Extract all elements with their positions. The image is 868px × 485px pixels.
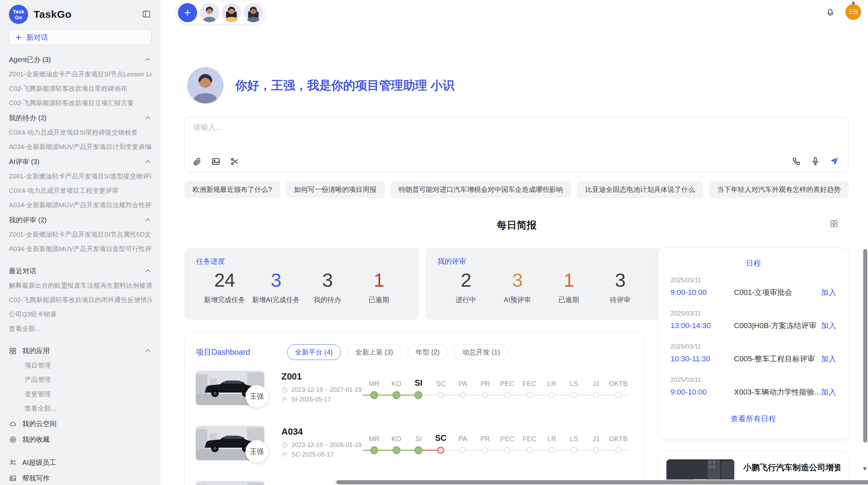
chevron-up-icon xyxy=(144,267,152,275)
phone-icon[interactable] xyxy=(792,157,801,166)
sidebar-app-item[interactable]: 产品管理 xyxy=(9,373,152,387)
milestone-connector xyxy=(533,395,541,396)
sidebar-item[interactable]: A034-全新新能源MUV产品开发项目法规符合性评审 xyxy=(9,198,152,212)
stats-row: 任务进度24新增完成任务3新增AI完成任务3我的待办1已逾期我的评审2进行中3A… xyxy=(184,248,643,320)
sidebar-section-header-tasks-0[interactable]: Agent已办 (3) xyxy=(9,52,152,67)
sidebar-item[interactable]: C0X4-动力总成开发项目工程变更评审 xyxy=(9,184,152,198)
scroll-down-arrow[interactable] xyxy=(863,467,867,471)
suggestion-chip[interactable]: 比亚迪全固态电池计划具体说了什么 xyxy=(577,181,703,198)
milestone: KO xyxy=(385,430,408,455)
suggestion-chip[interactable]: 特朗普可能对进口汽车增税会对中国车企造成哪些影响 xyxy=(390,181,571,198)
user-avatar[interactable]: 王强 xyxy=(845,4,861,20)
event-date: 2025/03/11 xyxy=(671,277,836,284)
milestone-connector xyxy=(518,450,526,451)
sidebar-item[interactable]: Z001-全新燃油皮卡产品开发项目SI节点Lesson Learn报告 xyxy=(9,67,152,82)
event-join-link[interactable]: 加入 xyxy=(821,387,836,397)
add-agent-button[interactable] xyxy=(178,3,197,22)
event-join-link[interactable]: 加入 xyxy=(821,321,836,331)
sidebar-header: Task Go TaskGo xyxy=(9,0,152,29)
sidebar-recent-view-all[interactable]: 查看全部... xyxy=(9,322,152,336)
milestone-dot xyxy=(571,392,577,398)
milestone: PA xyxy=(452,430,474,455)
sidebar-section-header-tasks-2[interactable]: AI评审 (3) xyxy=(9,154,152,169)
milestone-label: KO xyxy=(391,375,401,390)
event-join-link[interactable]: 加入 xyxy=(821,287,836,298)
event-time: 13:00-14:30 xyxy=(671,321,734,330)
sidebar-app-item[interactable]: 变更管理 xyxy=(9,387,152,401)
agent-avatar-2[interactable] xyxy=(222,3,241,22)
sidebar-link-cloud[interactable]: 我的云空间 xyxy=(9,416,152,432)
sidebar-apps-view-all[interactable]: 查看全部... xyxy=(9,401,152,416)
sidebar-item[interactable]: C02-飞腾新能源轻客改款项目立项汇报方案 xyxy=(9,96,152,110)
mic-icon[interactable] xyxy=(811,157,820,166)
new-chat-button[interactable]: 新对话 xyxy=(9,29,152,45)
image-icon[interactable] xyxy=(211,157,220,166)
milestone: KO xyxy=(385,375,408,399)
sidebar-recent-item[interactable]: C02-飞腾新能源轻客改款项目的闭环通告反馈情况 xyxy=(9,293,152,307)
milestone-dot xyxy=(482,447,488,453)
sidebar-recent-item[interactable]: 解释最新出台的欧盟报废车法规再生塑料比例被调至15%... xyxy=(9,278,152,293)
milestone-connector xyxy=(488,395,496,396)
sidebar-collapse-icon[interactable] xyxy=(142,10,151,20)
stat-value: 3 xyxy=(302,269,353,291)
sidebar-recent-item[interactable]: 公司Q3轻卡销量 xyxy=(9,307,152,322)
milestone-connector xyxy=(452,450,460,451)
bell-icon[interactable] xyxy=(825,7,835,17)
event-time: 10:30-11:30 xyxy=(671,355,734,363)
sidebar-section-header-tasks-1[interactable]: 我的待办 (2) xyxy=(9,110,152,125)
agent-avatar-1[interactable] xyxy=(200,3,219,22)
chat-input[interactable] xyxy=(192,123,674,132)
project-dates-text: 2023-12-19 ~ 2027-01-19 xyxy=(291,386,362,394)
horizontal-scrollbar[interactable] xyxy=(334,480,868,485)
dashboard-tab[interactable]: 全新平台 (4) xyxy=(287,344,341,360)
horizontal-scrollbar-thumb[interactable] xyxy=(336,480,868,484)
milestone-dot-row xyxy=(585,390,607,399)
sidebar-section-header-tasks-3[interactable]: 我的评审 (2) xyxy=(9,212,152,227)
schedule-event: 2025/03/1113:00-14:30C003|H0B-方案冻结评审加入 xyxy=(658,306,848,339)
sidebar-item[interactable]: A034-全新新能源MUV产品开发项目造型可行性评审 xyxy=(9,242,152,256)
sidebar-tool-1[interactable]: 帮我写作 xyxy=(9,470,152,485)
milestone-connector xyxy=(363,450,370,451)
sidebar-item[interactable]: C0X4-动力总成开发项目SI里程碑提交物检查 xyxy=(9,125,152,140)
stat-value: 2 xyxy=(440,269,492,291)
sidebar-item[interactable]: Z001-全新燃油轻卡产品开发项目SI节点属性5D文件评审 xyxy=(9,227,152,242)
milestone-connector xyxy=(585,395,593,396)
stat-item: 3新增AI完成任务 xyxy=(250,269,302,304)
vertical-scrollbar-thumb[interactable] xyxy=(863,249,867,443)
suggestion-chip[interactable]: 欧洲新规最近颁布了什么? xyxy=(184,181,280,198)
suggestion-chip[interactable]: 当下年轻人对汽车外观有怎样的喜好趋势 xyxy=(709,181,849,198)
sidebar-item[interactable]: C02-飞腾新能源轻客改款项目里程碑画布 xyxy=(9,82,152,96)
sidebar-link-favorites[interactable]: 我的收藏 xyxy=(9,432,152,447)
dashboard-tab[interactable]: 年型 (2) xyxy=(408,344,448,360)
paperclip-icon[interactable] xyxy=(192,157,202,166)
event-join-link[interactable]: 加入 xyxy=(821,354,836,364)
sidebar-link-label: 我的收藏 xyxy=(22,435,50,444)
suggestion-chip[interactable]: 如何写一份清晰的项目周报 xyxy=(286,181,385,198)
milestone-dot xyxy=(527,447,533,453)
project-row: 王强A0342023-12-19 ~ 2026-01-19SC-2025-05-… xyxy=(196,426,633,481)
chevron-up-icon xyxy=(144,114,152,122)
milestone-connector xyxy=(599,395,607,396)
scissors-icon[interactable] xyxy=(230,157,239,166)
milestone-label: LR xyxy=(547,375,556,390)
scroll-right-arrow[interactable] xyxy=(852,1,856,5)
sidebar-app-item[interactable]: 项目管理 xyxy=(9,358,152,373)
milestone-dot xyxy=(437,447,444,454)
logo-text-top: Task xyxy=(13,9,24,14)
milestone: SC xyxy=(430,430,452,455)
sidebar-section-header-apps[interactable]: 我的应用 xyxy=(9,343,152,358)
view-all-schedule-link[interactable]: 查看所有日程 xyxy=(658,414,848,424)
dashboard-tab[interactable]: 动总开发 (1) xyxy=(455,344,508,360)
dashboard-tab[interactable]: 全新上装 (3) xyxy=(348,344,401,360)
milestone-dot xyxy=(527,392,533,398)
task-progress-card: 任务进度24新增完成任务3新增AI完成任务3我的待办1已逾期 xyxy=(184,248,419,320)
agent-avatar-3[interactable] xyxy=(244,3,263,22)
sidebar-item[interactable]: A034-全新新能源MUV产品开发项目计划变更表编写 xyxy=(9,140,152,154)
sidebar-section-header-recent[interactable]: 最近对话 xyxy=(9,263,152,278)
send-icon[interactable] xyxy=(830,156,840,166)
briefing-grid-icon[interactable] xyxy=(830,219,839,229)
event-main: 13:00-14:30C003|H0B-方案冻结评审加入 xyxy=(671,321,836,331)
sidebar-section-label: 我的待办 (2) xyxy=(9,113,47,123)
sidebar-item[interactable]: Z001-全新燃油轻卡产品开发项目SI造型提交物评审 xyxy=(9,169,152,184)
sidebar-tool-0[interactable]: AI超级员工 xyxy=(9,455,152,470)
